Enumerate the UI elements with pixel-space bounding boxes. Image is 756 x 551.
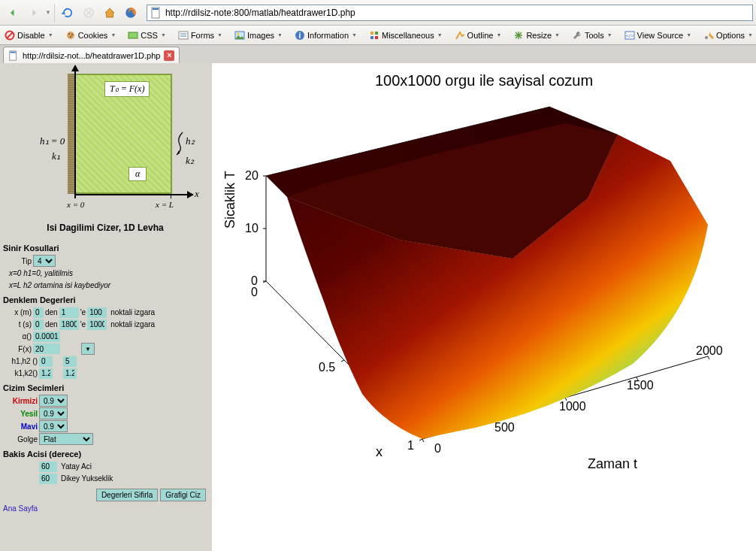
x-from[interactable] bbox=[33, 307, 44, 318]
section-view: Bakis Acisi (derece) bbox=[3, 450, 209, 459]
svg-point-15 bbox=[237, 32, 239, 35]
h2-input[interactable] bbox=[63, 356, 77, 367]
url-input[interactable] bbox=[165, 8, 749, 18]
t-tick: 1000 bbox=[559, 400, 586, 413]
t-tick: 0 bbox=[434, 442, 441, 456]
k1-input[interactable] bbox=[39, 368, 53, 379]
svg-point-6 bbox=[67, 32, 74, 39]
dev-options[interactable]: Options▼ bbox=[703, 30, 753, 41]
t-to[interactable] bbox=[59, 319, 79, 330]
panel-title: Isi Dagilimi Cizer, 1D Levha bbox=[2, 223, 209, 233]
red-select[interactable]: 0.9 bbox=[39, 395, 68, 407]
dev-tools[interactable]: Tools▼ bbox=[572, 30, 612, 41]
dev-cookies[interactable]: Cookies▼ bbox=[65, 30, 116, 41]
reload-button[interactable] bbox=[58, 3, 77, 23]
cookie-icon bbox=[65, 30, 76, 41]
t-n[interactable] bbox=[87, 319, 107, 330]
svg-rect-21 bbox=[375, 36, 378, 39]
x-tick: 1 bbox=[407, 439, 414, 453]
svg-rect-18 bbox=[370, 32, 373, 35]
css-icon bbox=[128, 30, 138, 41]
dev-viewsource[interactable]: </>View Source▼ bbox=[624, 30, 692, 41]
t-from[interactable] bbox=[33, 319, 44, 330]
svg-point-9 bbox=[70, 36, 71, 38]
blue-select[interactable]: 0.9 bbox=[39, 420, 68, 432]
plot-area: 100x1000 orgu ile sayisal cozum bbox=[212, 63, 756, 551]
svg-rect-3 bbox=[153, 8, 159, 10]
source-icon: </> bbox=[624, 30, 635, 41]
t-tick: 500 bbox=[494, 421, 515, 434]
resize-icon bbox=[513, 30, 524, 41]
left-panel: T₀ = F(x) α h₁ = 0 k₁ h₂ k₂ x x = 0 x = … bbox=[0, 63, 212, 551]
forward-button[interactable] bbox=[24, 3, 44, 23]
h1-input[interactable] bbox=[39, 356, 53, 367]
z-tick: 10 bbox=[245, 222, 259, 235]
back-button[interactable] bbox=[3, 3, 23, 23]
t-tick: 1500 bbox=[627, 379, 654, 392]
dev-outline[interactable]: Outline▼ bbox=[455, 30, 502, 41]
x-to[interactable] bbox=[59, 307, 79, 318]
svg-point-8 bbox=[71, 34, 73, 35]
tools-icon bbox=[572, 30, 582, 41]
svg-rect-20 bbox=[370, 36, 373, 39]
url-bar[interactable] bbox=[147, 5, 753, 21]
svg-point-24 bbox=[705, 36, 708, 39]
stop-button[interactable] bbox=[79, 3, 98, 23]
tab-page-icon bbox=[8, 50, 19, 61]
images-icon bbox=[234, 30, 245, 41]
x-n[interactable] bbox=[87, 307, 107, 318]
forms-icon bbox=[178, 30, 189, 41]
k2-input[interactable] bbox=[63, 368, 77, 379]
browser-tab[interactable]: http://rdilsiz-not...b/heatdrawer1D.php … bbox=[3, 47, 180, 63]
section-boundary: Sinir Kosullari bbox=[3, 244, 209, 253]
misc-icon bbox=[369, 30, 380, 41]
tab-title: http://rdilsiz-not...b/heatdrawer1D.php bbox=[23, 51, 160, 60]
dev-images[interactable]: Images▼ bbox=[234, 30, 283, 41]
dev-info[interactable]: iInformation▼ bbox=[295, 30, 357, 41]
surface-plot bbox=[212, 63, 756, 529]
outline-icon bbox=[455, 30, 465, 41]
svg-text:</>: </> bbox=[626, 33, 634, 38]
disable-icon bbox=[5, 30, 15, 41]
x-axis-label: x bbox=[376, 444, 383, 460]
reset-button[interactable]: Degerleri Sifirla bbox=[96, 489, 158, 501]
info-icon: i bbox=[295, 30, 305, 41]
section-equation: Denklem Degerleri bbox=[3, 295, 209, 304]
t-axis-label: Zaman t bbox=[588, 456, 637, 472]
svg-text:i: i bbox=[299, 32, 301, 40]
schematic-diagram: T₀ = F(x) α h₁ = 0 k₁ h₂ k₂ x x = 0 x = … bbox=[35, 71, 175, 215]
yatay-input[interactable] bbox=[39, 462, 57, 472]
t-tick: 2000 bbox=[696, 344, 723, 358]
x-tick: 0.5 bbox=[319, 361, 335, 374]
x-tick: 0 bbox=[251, 286, 258, 299]
svg-rect-19 bbox=[375, 32, 378, 35]
dikey-input[interactable] bbox=[39, 474, 57, 484]
draw-button[interactable]: Grafigi Ciz bbox=[160, 489, 206, 501]
dev-forms[interactable]: Forms▼ bbox=[178, 30, 222, 41]
section-plot: Cizim Secimleri bbox=[3, 383, 209, 392]
fx-input[interactable] bbox=[33, 344, 60, 354]
z-tick: 20 bbox=[245, 169, 259, 183]
home-link[interactable]: Ana Sayfa bbox=[3, 504, 209, 513]
green-select[interactable]: 0.9 bbox=[39, 407, 68, 419]
options-icon bbox=[703, 30, 714, 41]
tip-select[interactable]: 4 bbox=[33, 255, 56, 267]
shade-select[interactable]: Flat bbox=[39, 433, 93, 445]
fx-dropdown[interactable]: ▼ bbox=[81, 343, 95, 355]
dev-resize[interactable]: Resize▼ bbox=[513, 30, 560, 41]
svg-rect-11 bbox=[179, 32, 188, 39]
alpha-input[interactable] bbox=[33, 332, 60, 342]
svg-rect-26 bbox=[11, 51, 16, 53]
svg-line-37 bbox=[422, 439, 424, 442]
z-axis-label: Sicaklik T bbox=[222, 171, 238, 229]
dev-css[interactable]: CSS▼ bbox=[128, 30, 166, 41]
svg-line-5 bbox=[7, 32, 13, 38]
dev-misc[interactable]: Miscellaneous▼ bbox=[369, 30, 443, 41]
firefox-icon bbox=[121, 3, 141, 23]
home-button[interactable] bbox=[100, 3, 119, 23]
svg-rect-10 bbox=[129, 32, 138, 38]
svg-point-7 bbox=[68, 33, 70, 35]
tab-close-button[interactable]: × bbox=[164, 50, 174, 61]
dev-disable[interactable]: Disable▼ bbox=[5, 30, 53, 41]
page-icon bbox=[150, 7, 162, 19]
